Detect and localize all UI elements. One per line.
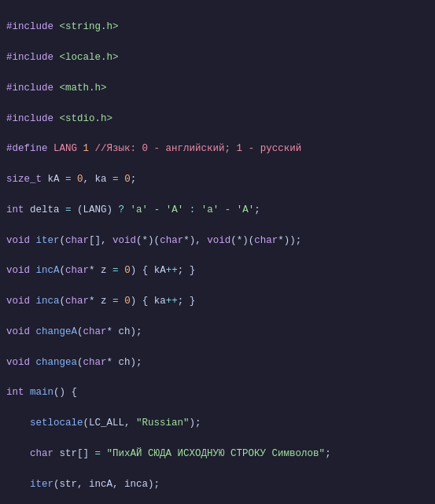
line-5: #define LANG 1 //Язык: 0 - английский; 1… [6,142,429,156]
line-11: void changeA(char* ch); [6,325,429,340]
line-13: int main() { [6,385,429,400]
line-3: #include <math.h> [6,81,429,96]
code-editor: #include <string.h> #include <locale.h> … [0,0,435,504]
line-10: void inca(char* z = 0) { ka++; } [6,294,429,309]
line-16: iter(str, incA, inca); [6,477,429,492]
line-15: char str[] = "ПихАЙ СЮДА ИСХОДНУЮ СТРОКУ… [6,447,429,462]
line-1: #include <string.h> [6,20,429,35]
line-12: void changea(char* ch); [6,355,429,370]
line-8: void iter(char[], void(*)(char*), void(*… [6,234,429,248]
line-9: void incA(char* z = 0) { kA++; } [6,263,429,278]
line-2: #include <locale.h> [6,50,429,65]
line-4: #include <stdio.h> [6,112,429,127]
line-14: setlocale(LC_ALL, "Russian"); [6,416,429,431]
line-6: size_t kA = 0, ka = 0; [6,172,429,187]
line-7: int delta = (LANG) ? 'a' - 'A' : 'a' - '… [6,203,429,218]
